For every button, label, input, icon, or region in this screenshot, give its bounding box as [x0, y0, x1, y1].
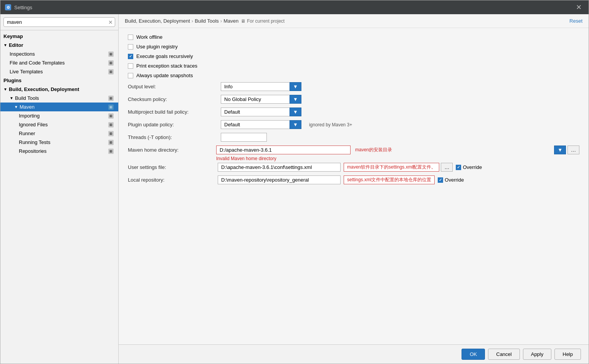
- maven-home-directory-input[interactable]: [216, 146, 351, 154]
- apply-button[interactable]: Apply: [523, 349, 552, 360]
- sidebar-item-runner[interactable]: Runner ⊞: [0, 129, 118, 138]
- execute-goals-recursively-label: Execute goals recursively: [136, 53, 193, 59]
- plugin-update-policy-dropdown-wrap: Default Always Never Daily ▼: [221, 120, 301, 129]
- settings-content: Work offline Use plugin registry Execute…: [119, 28, 589, 344]
- sidebar-item-keymap[interactable]: Keymap: [0, 32, 118, 41]
- maven-home-browse-button[interactable]: …: [567, 146, 579, 154]
- sidebar-item-repositories[interactable]: Repositories ⊞: [0, 147, 118, 156]
- sidebar-item-inspections[interactable]: Inspections ⊞: [0, 50, 118, 58]
- reset-button[interactable]: Reset: [569, 18, 582, 24]
- build-exec-arrow: ▼: [3, 87, 7, 91]
- sidebar-item-build-execution-deployment[interactable]: ▼ Build, Execution, Deployment: [0, 85, 118, 94]
- local-repository-label: Local repository:: [128, 177, 216, 183]
- importing-label: Importing: [19, 113, 40, 119]
- maven-home-directory-label: Maven home directory:: [128, 146, 216, 153]
- execute-goals-recursively-row: Execute goals recursively: [128, 53, 579, 59]
- checksum-policy-dropdown[interactable]: No Global Policy Fail Warn Ignore: [221, 95, 290, 104]
- maven-home-directory-row: Maven home directory: maven的安装目录 ▼ … Inv…: [128, 146, 579, 161]
- maven-label: Maven: [20, 104, 35, 110]
- local-repository-input[interactable]: [218, 175, 341, 184]
- maven-home-dropdown-btn[interactable]: ▼: [554, 146, 566, 154]
- multiproject-build-fail-policy-dropdown-btn[interactable]: ▼: [290, 108, 301, 116]
- sidebar-item-file-code-templates[interactable]: File and Code Templates ⊞: [0, 58, 118, 67]
- multiproject-build-fail-policy-label: Multiproject build fail policy:: [128, 109, 216, 115]
- local-repository-annotation: settings.xml文件中配置的本地仓库的位置: [344, 175, 435, 184]
- breadcrumb-sep-1: ›: [192, 18, 193, 24]
- title-bar-left: ⚙ Settings: [5, 4, 32, 10]
- live-templates-badge: ⊞: [108, 69, 114, 74]
- print-exception-stack-traces-checkbox[interactable]: [128, 63, 133, 69]
- checksum-policy-label: Checksum policy:: [128, 96, 216, 102]
- sidebar-tree: Keymap ▼ Editor Inspections ⊞ File and C…: [0, 30, 118, 364]
- runner-badge: ⊞: [108, 131, 114, 136]
- use-plugin-registry-label: Use plugin registry: [136, 44, 178, 50]
- sidebar-item-ignored-files[interactable]: Ignored Files ⊞: [0, 120, 118, 129]
- search-input[interactable]: [3, 17, 115, 27]
- sidebar-item-running-tests[interactable]: Running Tests ⊞: [0, 138, 118, 147]
- plugin-update-policy-dropdown[interactable]: Default Always Never Daily: [221, 120, 290, 129]
- project-note: For current project: [247, 18, 285, 24]
- always-update-snapshots-label: Always update snapshots: [136, 73, 193, 78]
- close-button[interactable]: ✕: [574, 3, 584, 12]
- print-exception-stack-traces-label: Print exception stack traces: [136, 63, 197, 69]
- maven-home-annotation: maven的安装目录: [355, 147, 392, 153]
- sidebar-item-maven[interactable]: ▼ Maven ⊞: [0, 103, 118, 111]
- title-bar: ⚙ Settings ✕: [0, 0, 589, 14]
- sidebar-item-live-templates[interactable]: Live Templates ⊞: [0, 67, 118, 76]
- user-settings-file-override-label: Override: [463, 164, 482, 170]
- sidebar: ✕ Keymap ▼ Editor Inspections ⊞ File and…: [0, 14, 119, 364]
- user-settings-file-input[interactable]: [218, 163, 341, 172]
- user-settings-file-annotation: maven软件目录下的settings.xml配置文件。: [344, 163, 439, 172]
- maven-home-invalid-msg: Invalid Maven home directory: [216, 156, 579, 161]
- always-update-snapshots-checkbox[interactable]: [128, 73, 133, 78]
- build-tools-label: Build Tools: [15, 95, 39, 101]
- local-repository-override-checkbox[interactable]: [438, 177, 443, 183]
- settings-window: ⚙ Settings ✕ ✕ Keymap ▼ Editor: [0, 0, 589, 364]
- plugin-update-policy-dropdown-btn[interactable]: ▼: [290, 120, 301, 129]
- user-settings-file-override-checkbox[interactable]: [456, 165, 461, 170]
- user-settings-file-browse-button[interactable]: …: [441, 163, 453, 172]
- sidebar-item-build-tools[interactable]: ▼ Build Tools ⊞: [0, 94, 118, 103]
- checksum-policy-dropdown-btn[interactable]: ▼: [290, 95, 301, 104]
- multiproject-build-fail-policy-row: Multiproject build fail policy: Default …: [128, 108, 579, 116]
- multiproject-build-fail-policy-dropdown[interactable]: Default Fail Fast Fail Never: [221, 108, 290, 116]
- breadcrumb-project-note: 🖥 For current project: [241, 18, 285, 24]
- inspections-label: Inspections: [10, 51, 35, 57]
- local-repository-override-wrap: Override: [438, 177, 464, 183]
- breadcrumb: Build, Execution, Deployment › Build Too…: [125, 18, 238, 24]
- search-clear-button[interactable]: ✕: [108, 19, 113, 25]
- build-execution-deployment-label: Build, Execution, Deployment: [9, 86, 79, 92]
- ok-button[interactable]: OK: [462, 349, 485, 360]
- breadcrumb-part-3: Maven: [223, 18, 238, 24]
- user-settings-file-label: User settings file:: [128, 164, 216, 170]
- editor-label: Editor: [9, 42, 23, 48]
- threads-input[interactable]: [221, 133, 267, 142]
- use-plugin-registry-checkbox[interactable]: [128, 44, 133, 50]
- maven-home-field-row: maven的安装目录 ▼ …: [216, 146, 579, 154]
- live-templates-label: Live Templates: [10, 69, 43, 74]
- threads-row: Threads (-T option):: [128, 133, 579, 142]
- content-area: ✕ Keymap ▼ Editor Inspections ⊞ File and…: [0, 14, 589, 364]
- window-title: Settings: [14, 5, 32, 10]
- work-offline-checkbox[interactable]: [128, 35, 133, 40]
- sidebar-item-plugins[interactable]: Plugins: [0, 76, 118, 85]
- sidebar-item-importing[interactable]: Importing ⊞: [0, 111, 118, 120]
- runner-label: Runner: [19, 131, 35, 136]
- local-repository-row: Local repository: settings.xml文件中配置的本地仓库…: [128, 175, 579, 184]
- search-input-wrap: ✕: [3, 17, 115, 27]
- execute-goals-recursively-checkbox[interactable]: [128, 54, 133, 59]
- cancel-button[interactable]: Cancel: [488, 349, 520, 360]
- work-offline-row: Work offline: [128, 34, 579, 40]
- project-icon: 🖥: [241, 18, 245, 24]
- file-code-templates-badge: ⊞: [108, 60, 114, 66]
- print-exception-stack-traces-row: Print exception stack traces: [128, 63, 579, 69]
- user-settings-file-row: User settings file: maven软件目录下的settings.…: [128, 163, 579, 172]
- use-plugin-registry-row: Use plugin registry: [128, 44, 579, 50]
- sidebar-item-editor[interactable]: ▼ Editor: [0, 41, 118, 50]
- help-button[interactable]: Help: [554, 349, 581, 360]
- breadcrumb-sep-2: ›: [220, 18, 222, 24]
- running-tests-label: Running Tests: [19, 139, 50, 145]
- output-level-dropdown[interactable]: Info Debug Warning Error: [221, 82, 290, 91]
- output-level-dropdown-btn[interactable]: ▼: [290, 82, 301, 91]
- importing-badge: ⊞: [108, 113, 114, 119]
